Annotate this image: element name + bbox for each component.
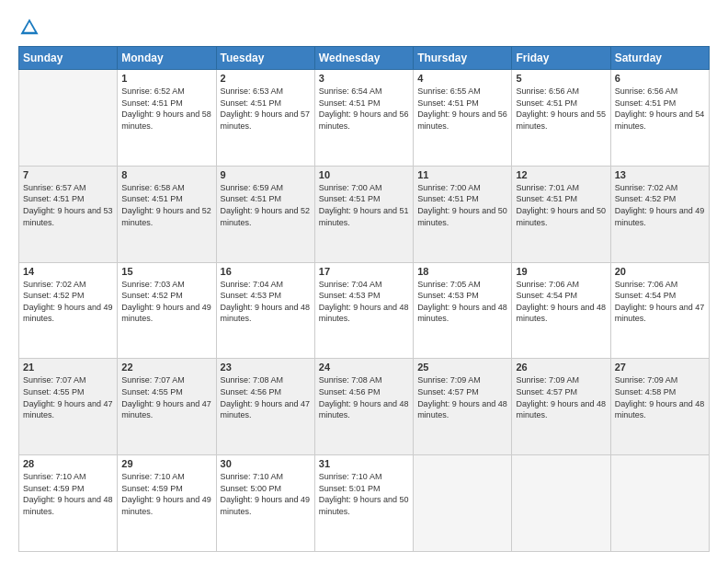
cell-info: Sunrise: 6:56 AMSunset: 4:51 PMDaylight:… xyxy=(615,86,705,132)
day-number: 29 xyxy=(121,458,211,469)
day-number: 16 xyxy=(221,266,311,277)
day-number: 8 xyxy=(121,169,211,180)
cell-info: Sunrise: 6:54 AMSunset: 4:51 PMDaylight:… xyxy=(319,86,409,132)
cell-info: Sunrise: 6:53 AMSunset: 4:51 PMDaylight:… xyxy=(221,86,311,132)
cell-info: Sunrise: 7:01 AMSunset: 4:51 PMDaylight:… xyxy=(516,182,606,228)
calendar-cell: 16Sunrise: 7:04 AMSunset: 4:53 PMDayligh… xyxy=(216,262,314,359)
calendar-table: SundayMondayTuesdayWednesdayThursdayFrid… xyxy=(18,46,710,552)
weekday-header: Friday xyxy=(512,47,610,70)
cell-info: Sunrise: 7:00 AMSunset: 4:51 PMDaylight:… xyxy=(417,182,507,228)
calendar-week-row: 7Sunrise: 6:57 AMSunset: 4:51 PMDaylight… xyxy=(19,166,710,262)
cell-info: Sunrise: 6:57 AMSunset: 4:51 PMDaylight:… xyxy=(23,182,113,228)
cell-info: Sunrise: 7:07 AMSunset: 4:55 PMDaylight:… xyxy=(121,374,211,420)
cell-info: Sunrise: 6:55 AMSunset: 4:51 PMDaylight:… xyxy=(417,86,507,132)
calendar-cell: 2Sunrise: 6:53 AMSunset: 4:51 PMDaylight… xyxy=(216,70,314,167)
calendar-cell xyxy=(610,455,709,552)
day-number: 1 xyxy=(121,73,211,84)
day-number: 3 xyxy=(319,73,409,84)
calendar-cell: 30Sunrise: 7:10 AMSunset: 5:00 PMDayligh… xyxy=(216,455,314,552)
day-number: 6 xyxy=(615,73,705,84)
cell-info: Sunrise: 6:56 AMSunset: 4:51 PMDaylight:… xyxy=(516,86,606,132)
cell-info: Sunrise: 7:10 AMSunset: 4:59 PMDaylight:… xyxy=(23,471,113,517)
weekday-header: Wednesday xyxy=(314,47,413,70)
calendar-cell: 10Sunrise: 7:00 AMSunset: 4:51 PMDayligh… xyxy=(314,166,413,262)
day-number: 18 xyxy=(417,266,507,277)
weekday-header: Monday xyxy=(118,47,216,70)
calendar-cell: 11Sunrise: 7:00 AMSunset: 4:51 PMDayligh… xyxy=(414,166,512,262)
day-number: 12 xyxy=(516,169,606,180)
logo-icon xyxy=(18,17,40,39)
calendar-cell: 26Sunrise: 7:09 AMSunset: 4:57 PMDayligh… xyxy=(512,359,610,455)
calendar-cell xyxy=(19,70,118,167)
day-number: 31 xyxy=(319,458,409,469)
cell-info: Sunrise: 7:08 AMSunset: 4:56 PMDaylight:… xyxy=(221,374,311,420)
day-number: 2 xyxy=(221,73,311,84)
cell-info: Sunrise: 7:10 AMSunset: 5:00 PMDaylight:… xyxy=(221,471,311,517)
calendar-cell xyxy=(414,455,512,552)
page: SundayMondayTuesdayWednesdayThursdayFrid… xyxy=(0,0,728,563)
calendar-week-row: 14Sunrise: 7:02 AMSunset: 4:52 PMDayligh… xyxy=(19,262,710,359)
calendar-cell: 15Sunrise: 7:03 AMSunset: 4:52 PMDayligh… xyxy=(118,262,216,359)
calendar-week-row: 28Sunrise: 7:10 AMSunset: 4:59 PMDayligh… xyxy=(19,455,710,552)
day-number: 27 xyxy=(615,362,705,373)
weekday-header: Thursday xyxy=(414,47,512,70)
calendar-cell: 12Sunrise: 7:01 AMSunset: 4:51 PMDayligh… xyxy=(512,166,610,262)
day-number: 19 xyxy=(516,266,606,277)
calendar-cell: 3Sunrise: 6:54 AMSunset: 4:51 PMDaylight… xyxy=(314,70,413,167)
calendar-cell: 7Sunrise: 6:57 AMSunset: 4:51 PMDaylight… xyxy=(19,166,118,262)
calendar-cell: 17Sunrise: 7:04 AMSunset: 4:53 PMDayligh… xyxy=(314,262,413,359)
calendar-cell: 25Sunrise: 7:09 AMSunset: 4:57 PMDayligh… xyxy=(414,359,512,455)
day-number: 28 xyxy=(23,458,113,469)
cell-info: Sunrise: 7:09 AMSunset: 4:57 PMDaylight:… xyxy=(417,374,507,420)
day-number: 5 xyxy=(516,73,606,84)
cell-info: Sunrise: 6:52 AMSunset: 4:51 PMDaylight:… xyxy=(121,86,211,132)
weekday-header: Sunday xyxy=(19,47,118,70)
cell-info: Sunrise: 7:06 AMSunset: 4:54 PMDaylight:… xyxy=(516,279,606,325)
calendar-cell: 14Sunrise: 7:02 AMSunset: 4:52 PMDayligh… xyxy=(19,262,118,359)
cell-info: Sunrise: 7:02 AMSunset: 4:52 PMDaylight:… xyxy=(615,182,705,228)
calendar-cell: 8Sunrise: 6:58 AMSunset: 4:51 PMDaylight… xyxy=(118,166,216,262)
cell-info: Sunrise: 7:10 AMSunset: 4:59 PMDaylight:… xyxy=(121,471,211,517)
calendar-cell: 29Sunrise: 7:10 AMSunset: 4:59 PMDayligh… xyxy=(118,455,216,552)
day-number: 24 xyxy=(319,362,409,373)
cell-info: Sunrise: 7:04 AMSunset: 4:53 PMDaylight:… xyxy=(221,279,311,325)
cell-info: Sunrise: 7:03 AMSunset: 4:52 PMDaylight:… xyxy=(121,279,211,325)
day-number: 17 xyxy=(319,266,409,277)
calendar-cell: 6Sunrise: 6:56 AMSunset: 4:51 PMDaylight… xyxy=(610,70,709,167)
weekday-header: Saturday xyxy=(610,47,709,70)
calendar-cell: 9Sunrise: 6:59 AMSunset: 4:51 PMDaylight… xyxy=(216,166,314,262)
calendar-cell: 20Sunrise: 7:06 AMSunset: 4:54 PMDayligh… xyxy=(610,262,709,359)
calendar-week-row: 1Sunrise: 6:52 AMSunset: 4:51 PMDaylight… xyxy=(19,70,710,167)
cell-info: Sunrise: 6:58 AMSunset: 4:51 PMDaylight:… xyxy=(121,182,211,228)
cell-info: Sunrise: 7:06 AMSunset: 4:54 PMDaylight:… xyxy=(615,279,705,325)
day-number: 20 xyxy=(615,266,705,277)
calendar-cell xyxy=(512,455,610,552)
day-number: 10 xyxy=(319,169,409,180)
cell-info: Sunrise: 7:09 AMSunset: 4:57 PMDaylight:… xyxy=(516,374,606,420)
calendar-cell: 19Sunrise: 7:06 AMSunset: 4:54 PMDayligh… xyxy=(512,262,610,359)
calendar-cell: 24Sunrise: 7:08 AMSunset: 4:56 PMDayligh… xyxy=(314,359,413,455)
day-number: 7 xyxy=(23,169,113,180)
calendar-header-row: SundayMondayTuesdayWednesdayThursdayFrid… xyxy=(19,47,710,70)
day-number: 23 xyxy=(221,362,311,373)
cell-info: Sunrise: 7:04 AMSunset: 4:53 PMDaylight:… xyxy=(319,279,409,325)
header xyxy=(18,17,710,39)
day-number: 14 xyxy=(23,266,113,277)
weekday-header: Tuesday xyxy=(216,47,314,70)
calendar-week-row: 21Sunrise: 7:07 AMSunset: 4:55 PMDayligh… xyxy=(19,359,710,455)
calendar-cell: 23Sunrise: 7:08 AMSunset: 4:56 PMDayligh… xyxy=(216,359,314,455)
calendar-cell: 13Sunrise: 7:02 AMSunset: 4:52 PMDayligh… xyxy=(610,166,709,262)
cell-info: Sunrise: 6:59 AMSunset: 4:51 PMDaylight:… xyxy=(221,182,311,228)
day-number: 26 xyxy=(516,362,606,373)
calendar-cell: 31Sunrise: 7:10 AMSunset: 5:01 PMDayligh… xyxy=(314,455,413,552)
calendar-cell: 22Sunrise: 7:07 AMSunset: 4:55 PMDayligh… xyxy=(118,359,216,455)
day-number: 13 xyxy=(615,169,705,180)
day-number: 15 xyxy=(121,266,211,277)
calendar-cell: 21Sunrise: 7:07 AMSunset: 4:55 PMDayligh… xyxy=(19,359,118,455)
calendar-cell: 18Sunrise: 7:05 AMSunset: 4:53 PMDayligh… xyxy=(414,262,512,359)
day-number: 4 xyxy=(417,73,507,84)
cell-info: Sunrise: 7:10 AMSunset: 5:01 PMDaylight:… xyxy=(319,471,409,517)
cell-info: Sunrise: 7:08 AMSunset: 4:56 PMDaylight:… xyxy=(319,374,409,420)
cell-info: Sunrise: 7:07 AMSunset: 4:55 PMDaylight:… xyxy=(23,374,113,420)
cell-info: Sunrise: 7:00 AMSunset: 4:51 PMDaylight:… xyxy=(319,182,409,228)
